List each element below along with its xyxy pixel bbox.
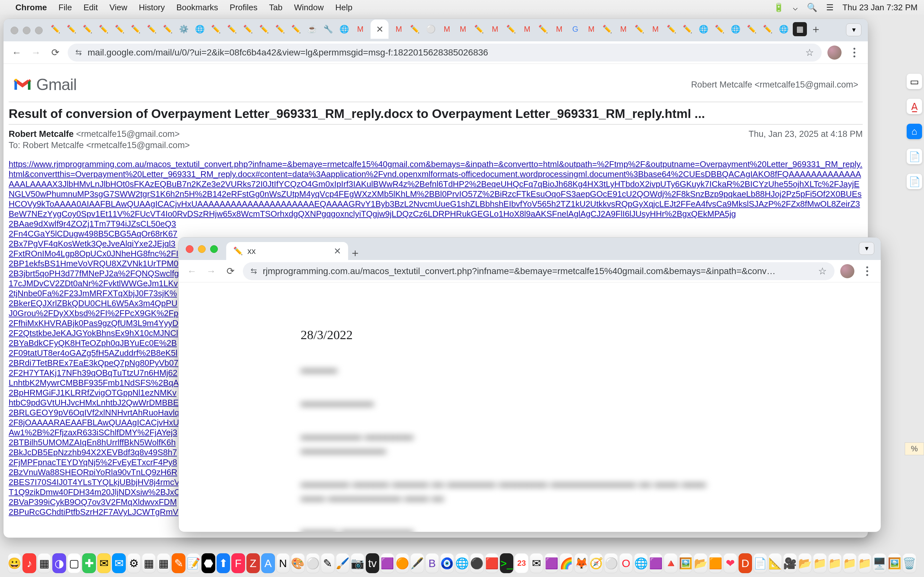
- pinned-tab[interactable]: ✏️: [161, 22, 175, 36]
- profile-avatar[interactable]: [840, 264, 855, 278]
- pinned-tab[interactable]: ✏️: [273, 22, 287, 36]
- reload-button[interactable]: ⟳: [48, 46, 62, 59]
- pinned-tab[interactable]: M: [584, 22, 598, 36]
- dock-app[interactable]: 🌐: [634, 553, 648, 573]
- site-info-icon[interactable]: ⇆: [250, 267, 257, 276]
- menu-history[interactable]: History: [139, 3, 165, 13]
- menu-bookmarks[interactable]: Bookmarks: [176, 3, 218, 13]
- pinned-tab[interactable]: 🌐: [337, 22, 351, 36]
- dock-app[interactable]: 📁: [813, 553, 827, 573]
- bookmark-star-icon[interactable]: ☆: [805, 47, 814, 58]
- conversion-link[interactable]: https://www.rjmprogramming.com.au/macos_…: [9, 159, 863, 219]
- side-app-icon[interactable]: ▭: [907, 74, 922, 89]
- pinned-tab[interactable]: 🌐: [193, 22, 207, 36]
- dock-app[interactable]: ⚪: [604, 553, 618, 573]
- dock-app[interactable]: ▢: [67, 553, 81, 573]
- dock-appletv[interactable]: tv: [366, 553, 379, 573]
- dock-safari[interactable]: 🧭: [590, 553, 603, 573]
- dock-trash[interactable]: 🗑️: [903, 553, 916, 573]
- dock-music[interactable]: ♪: [23, 553, 36, 573]
- link-fragment[interactable]: 2BAae9dXwlf9r4ZOZj1Tm7T94iJZsCL50eQ3: [9, 219, 863, 229]
- pinned-tab[interactable]: ✏️: [761, 22, 775, 36]
- pinned-tab[interactable]: ✏️: [712, 22, 727, 36]
- dock-launchpad[interactable]: ▦: [142, 553, 155, 573]
- dock-app[interactable]: ✎: [172, 553, 185, 573]
- dock-app[interactable]: 🟠: [396, 553, 409, 573]
- menubar-clock[interactable]: Thu 23 Jan 7:32 PM: [843, 3, 918, 13]
- dock-app[interactable]: 📁: [858, 553, 871, 573]
- app-menu[interactable]: Chrome: [15, 3, 47, 13]
- dock-app[interactable]: 🖌️: [336, 553, 349, 573]
- dock-app[interactable]: 🖋️: [410, 553, 424, 573]
- pinned-tab[interactable]: M: [552, 22, 566, 36]
- dock-app[interactable]: ✉︎: [530, 553, 543, 573]
- battery-icon[interactable]: 🔋: [774, 3, 784, 13]
- pinned-tab[interactable]: ✏️: [225, 22, 239, 36]
- pinned-tab[interactable]: ✏️: [504, 22, 518, 36]
- tab-overflow-button[interactable]: ▾: [859, 242, 874, 255]
- reload-button[interactable]: ⟳: [224, 264, 237, 278]
- dock-app[interactable]: N: [276, 553, 290, 573]
- pinned-tab[interactable]: M: [353, 22, 367, 36]
- chrome-menu-button[interactable]: [847, 48, 861, 57]
- pinned-tab[interactable]: M: [392, 22, 406, 36]
- pinned-tab[interactable]: ✏️: [81, 22, 95, 36]
- dock-app[interactable]: 🌐: [455, 553, 469, 573]
- dock-app[interactable]: 🎥: [783, 553, 796, 573]
- pinned-tab[interactable]: ✏️: [289, 22, 303, 36]
- side-app-icon[interactable]: ⌂: [907, 124, 922, 139]
- dock-app[interactable]: 🧿: [440, 553, 454, 573]
- pinned-tab[interactable]: ⚙️: [177, 22, 191, 36]
- dock-app[interactable]: Z: [246, 553, 260, 573]
- dock-firefox[interactable]: 🦊: [574, 553, 588, 573]
- dock-app[interactable]: 🟪: [544, 553, 558, 573]
- pinned-tab[interactable]: 🌐: [777, 22, 791, 36]
- wifi-icon[interactable]: ⌵: [793, 3, 798, 13]
- menu-profiles[interactable]: Profiles: [230, 3, 258, 13]
- dock-app[interactable]: 📷: [351, 553, 364, 573]
- dock-app[interactable]: 🎨: [291, 553, 304, 573]
- side-app-icon[interactable]: 📄: [907, 149, 922, 164]
- dock-finder[interactable]: 😀: [8, 553, 21, 573]
- pinned-tab[interactable]: ✏️: [632, 22, 646, 36]
- forward-button[interactable]: →: [29, 46, 43, 59]
- active-tab[interactable]: ✕: [371, 19, 389, 39]
- menu-window[interactable]: Window: [294, 3, 323, 13]
- menu-file[interactable]: File: [58, 3, 72, 13]
- active-tab[interactable]: ✏️ xx ✕: [226, 242, 348, 260]
- back-button[interactable]: ←: [185, 264, 199, 278]
- dock-app[interactable]: 📁: [843, 553, 856, 573]
- pinned-tab[interactable]: ✏️: [536, 22, 550, 36]
- dock-app[interactable]: B: [425, 553, 439, 573]
- dock-app[interactable]: F: [231, 553, 245, 573]
- dock-app[interactable]: 🟪: [649, 553, 662, 573]
- dock-chrome[interactable]: 🌈: [559, 553, 573, 573]
- dock-app[interactable]: ⚫: [470, 553, 483, 573]
- pinned-tab[interactable]: ✏️: [472, 22, 486, 36]
- pinned-tab[interactable]: ⚪: [424, 22, 438, 36]
- control-center-icon[interactable]: ☰: [826, 3, 834, 13]
- new-tab-button[interactable]: ＋: [809, 22, 823, 36]
- pinned-tab[interactable]: ✏️: [241, 22, 255, 36]
- pinned-tab[interactable]: ✏️: [97, 22, 111, 36]
- back-button[interactable]: ←: [10, 46, 23, 59]
- dock-app[interactable]: ⚪: [306, 553, 320, 573]
- dock-app[interactable]: ✉︎: [97, 553, 111, 573]
- dock-app[interactable]: 🔺: [664, 553, 677, 573]
- new-tab-button[interactable]: ＋: [348, 246, 362, 260]
- close-tab-icon[interactable]: ✕: [334, 246, 341, 256]
- menu-tab[interactable]: Tab: [269, 3, 283, 13]
- pinned-tab[interactable]: M: [616, 22, 630, 36]
- forward-button[interactable]: →: [204, 264, 218, 278]
- dock-app[interactable]: 📁: [828, 553, 842, 573]
- dock-app[interactable]: ⚙︎: [127, 553, 141, 573]
- dock-pages[interactable]: 📄: [753, 553, 767, 573]
- dock-app[interactable]: ◑: [52, 553, 66, 573]
- pinned-tab[interactable]: M: [488, 22, 502, 36]
- address-bar[interactable]: ⇆ rjmprogramming.com.au/macos_textutil_c…: [243, 262, 835, 280]
- dock-app[interactable]: 🟥: [485, 553, 499, 573]
- dock-app[interactable]: 🖼️: [888, 553, 901, 573]
- dock-terminal[interactable]: >_: [500, 553, 513, 573]
- pinned-tab[interactable]: M: [520, 22, 534, 36]
- dock-calendar[interactable]: 23: [515, 553, 528, 573]
